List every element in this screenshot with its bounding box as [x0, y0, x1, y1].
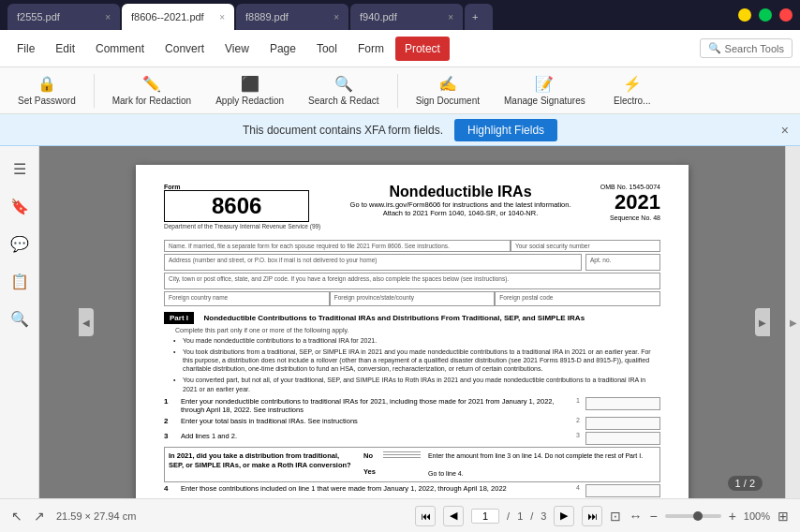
foreign-postal-label: Foreign postal code	[499, 294, 656, 301]
close-button[interactable]	[779, 8, 793, 22]
menu-view[interactable]: View	[215, 37, 259, 61]
manage-signatures-button[interactable]: 📝 Manage Signatures	[494, 70, 596, 111]
select-icon[interactable]: ↗	[34, 509, 45, 524]
menu-tool[interactable]: Tool	[307, 37, 347, 61]
maximize-button[interactable]	[759, 8, 772, 22]
part1-label: Part I	[164, 312, 194, 324]
menu-protect[interactable]: Protect	[395, 37, 450, 61]
zoom-in-icon[interactable]: +	[729, 509, 736, 524]
bullet-item-3: You converted part, but not all, of your…	[183, 376, 660, 392]
tab-close-f8889[interactable]: ×	[333, 12, 339, 22]
address-section: Address (number and street, or P.O. box …	[164, 254, 660, 271]
part1-title: Nondeductible Contributions to Tradition…	[204, 314, 585, 322]
right-sidebar-handle[interactable]: ▶	[785, 146, 800, 498]
line-3-text: Add lines 1 and 2.	[181, 432, 563, 441]
no-answer: Enter the amount from line 3 on line 14.…	[428, 451, 656, 460]
part1-header-row: Part I Nondeductible Contributions to Tr…	[164, 312, 660, 324]
menu-edit[interactable]: Edit	[46, 37, 84, 61]
form-label: Form	[164, 184, 320, 190]
grid-icon[interactable]: ⊞	[778, 509, 789, 524]
toolbar: 🔒 Set Password ✏️ Mark for Redaction ⬛ A…	[0, 67, 800, 114]
zoom-thumb	[693, 511, 703, 521]
sign-document-button[interactable]: ✍️ Sign Document	[406, 70, 490, 111]
sidebar-icon-layers[interactable]: 📋	[5, 266, 35, 296]
fit-page-icon[interactable]: ⊡	[610, 509, 621, 524]
tab-f940[interactable]: f940.pdf ×	[350, 4, 463, 30]
right-panel-toggle[interactable]: ▶	[755, 308, 770, 336]
last-page-button[interactable]: ⏭	[582, 506, 602, 526]
name-field[interactable]: Name. If married, file a separate form f…	[164, 240, 511, 252]
first-page-button[interactable]: ⏮	[415, 506, 436, 526]
apt-label: Apt. no.	[590, 257, 656, 263]
sign-document-label: Sign Document	[416, 96, 480, 106]
sequence: Sequence No. 48	[600, 214, 660, 221]
tab-f8606[interactable]: f8606--2021.pdf ×	[122, 4, 234, 30]
omb-section: OMB No. 1545-0074 2021 Sequence No. 48	[600, 184, 660, 221]
line-1-box[interactable]	[585, 397, 660, 410]
xfa-message: This document contains XFA form fields.	[243, 124, 443, 137]
sidebar-icon-search[interactable]: 🔍	[5, 303, 35, 333]
sidebar-icon-hand[interactable]: ☰	[5, 154, 35, 184]
bullet-item-1: You made nondeductible contributions to …	[183, 336, 660, 345]
search-redact-button[interactable]: 🔍 Search & Redact	[298, 70, 390, 111]
tab-f8889[interactable]: f8889.pdf ×	[236, 4, 348, 30]
tab-close-f940[interactable]: ×	[448, 12, 453, 22]
omb-label: OMB No. 1545-0074	[600, 184, 660, 190]
minimize-button[interactable]	[738, 8, 751, 22]
line-2-text: Enter your total basis in traditional IR…	[181, 417, 563, 426]
foreign-postal-field[interactable]: Foreign postal code	[495, 291, 660, 306]
fit-width-icon[interactable]: ↔	[629, 509, 642, 524]
tab-label: f8889.pdf	[245, 11, 289, 22]
ssn-field[interactable]: Your social security number	[511, 240, 660, 252]
yes-no-section: In 2021, did you take a distribution fro…	[164, 447, 660, 482]
page-badge: 1 / 2	[728, 476, 763, 491]
line-3-row: 3 Add lines 1 and 2. 3	[164, 432, 660, 445]
menu-comment[interactable]: Comment	[86, 37, 154, 61]
form-header: Form 8606 Department of the Treasury Int…	[164, 184, 660, 234]
menu-page[interactable]: Page	[260, 37, 305, 61]
foreign-province-field[interactable]: Foreign province/state/county	[330, 291, 496, 306]
toolbar-sep-2	[397, 74, 398, 108]
line-3-box[interactable]	[585, 432, 660, 445]
menu-form[interactable]: Form	[348, 37, 393, 61]
search-redact-icon: 🔍	[334, 75, 353, 93]
department-info: Department of the Treasury Internal Reve…	[164, 222, 320, 230]
no-label: No	[363, 451, 376, 460]
line-2-box[interactable]	[585, 417, 660, 430]
tab-close-f2555[interactable]: ×	[105, 12, 111, 22]
banner-close-button[interactable]: ×	[781, 123, 789, 138]
set-password-button[interactable]: 🔒 Set Password	[7, 70, 86, 111]
total-pages: 1	[517, 510, 523, 522]
search-tools[interactable]: 🔍 Search Tools	[700, 38, 793, 58]
tab-close-f8606[interactable]: ×	[219, 12, 225, 22]
window-controls	[738, 8, 793, 22]
form-title: Nondeductible IRAs	[320, 184, 600, 200]
mark-redaction-button[interactable]: ✏️ Mark for Redaction	[102, 70, 201, 111]
zoom-slider[interactable]	[665, 514, 721, 518]
sidebar-icon-comment[interactable]: 💬	[5, 229, 35, 259]
highlight-fields-button[interactable]: Highlight Fields	[454, 119, 557, 141]
menu-file[interactable]: File	[7, 37, 44, 61]
foreign-country-field[interactable]: Foreign country name	[164, 291, 330, 306]
menu-convert[interactable]: Convert	[156, 37, 214, 61]
electronic-button[interactable]: ⚡ Electro...	[600, 70, 665, 111]
next-page-button[interactable]: ▶	[554, 506, 574, 526]
apt-field[interactable]: Apt. no.	[585, 254, 660, 271]
lock-icon: 🔒	[37, 75, 56, 93]
left-panel-toggle[interactable]: ◀	[79, 308, 94, 336]
sidebar-icon-bookmark[interactable]: 🔖	[5, 191, 35, 221]
page-count: 3	[541, 510, 546, 522]
apply-redaction-button[interactable]: ⬛ Apply Redaction	[205, 70, 294, 111]
tab-f2555[interactable]: f2555.pdf ×	[7, 4, 120, 30]
address-field[interactable]: Address (number and street, or P.O. box …	[164, 254, 582, 271]
search-icon: 🔍	[708, 42, 721, 54]
page-input[interactable]	[471, 509, 499, 524]
new-tab-button[interactable]: +	[465, 4, 493, 30]
city-field[interactable]: City, town or post office, state, and ZI…	[164, 273, 660, 289]
line-1-text: Enter your nondeductible contributions t…	[181, 397, 563, 416]
zoom-out-icon[interactable]: −	[649, 509, 657, 524]
cursor-icon[interactable]: ↖	[11, 509, 22, 524]
menu-bar: File Edit Comment Convert View Page Tool…	[0, 30, 800, 67]
line-4-box[interactable]	[585, 484, 660, 497]
prev-page-button[interactable]: ◀	[443, 506, 464, 526]
